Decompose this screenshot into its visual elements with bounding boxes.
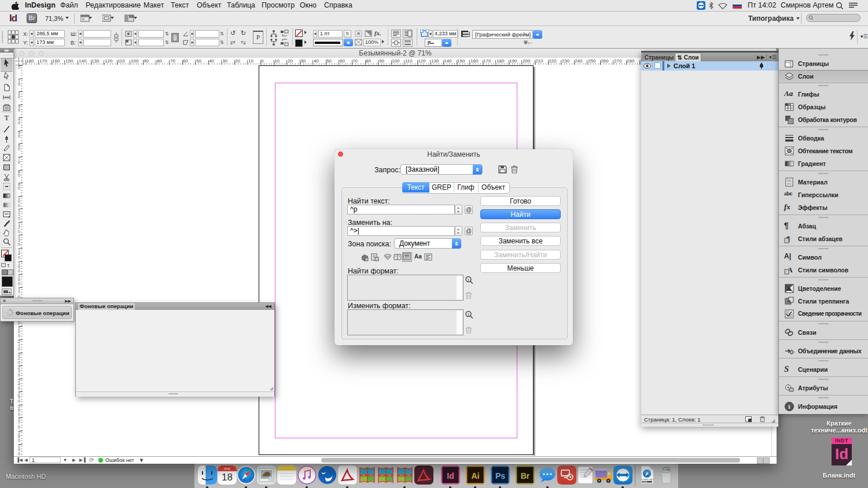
svg-text:i: i (789, 404, 790, 410)
svg-text:Ai: Ai (472, 471, 480, 480)
svg-text:18: 18 (222, 472, 233, 483)
svg-text:T: T (5, 113, 9, 122)
svg-text:Br: Br (521, 471, 530, 480)
svg-text:T: T (467, 278, 470, 282)
svg-text:Ps: Ps (495, 471, 505, 480)
svg-text:T: T (467, 312, 470, 317)
svg-text:ЯНВ: ЯНВ (224, 467, 230, 471)
svg-text:DOWNLOAD: DOWNLOAD (641, 479, 653, 481)
svg-text:Id: Id (447, 471, 454, 480)
